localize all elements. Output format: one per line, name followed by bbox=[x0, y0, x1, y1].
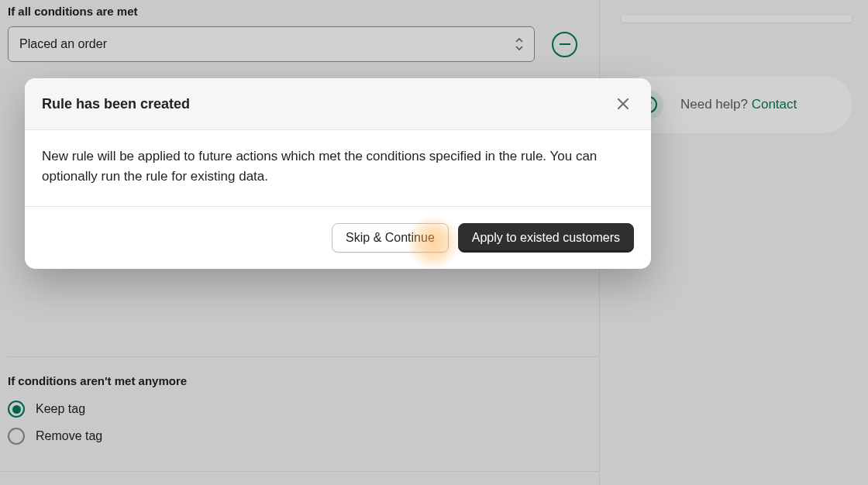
close-icon bbox=[616, 97, 630, 111]
modal-title: Rule has been created bbox=[42, 96, 190, 112]
modal-body: New rule will be applied to future actio… bbox=[25, 129, 651, 206]
modal-rule-created: Rule has been created New rule will be a… bbox=[25, 78, 651, 269]
apply-existing-button[interactable]: Apply to existed customers bbox=[458, 223, 634, 253]
modal-footer: Skip & Continue Apply to existed custome… bbox=[25, 206, 651, 269]
modal-close-button[interactable] bbox=[614, 95, 632, 113]
skip-continue-button[interactable]: Skip & Continue bbox=[332, 223, 449, 253]
modal-header: Rule has been created bbox=[25, 78, 651, 129]
